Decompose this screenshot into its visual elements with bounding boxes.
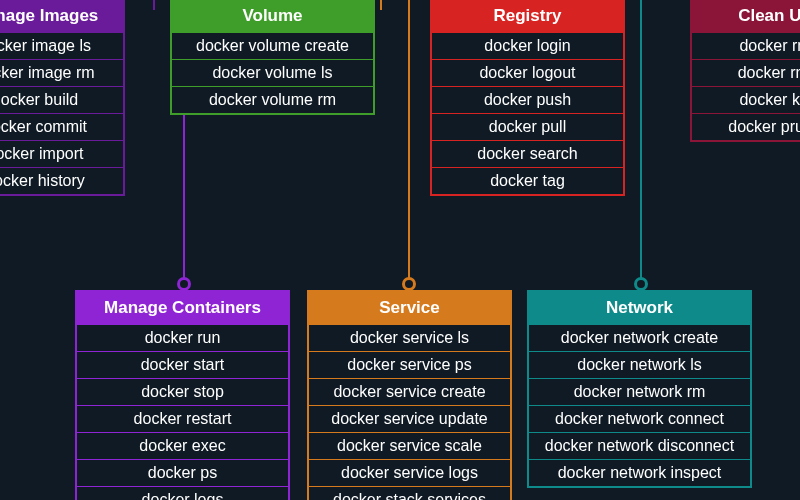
command-item: docker network create bbox=[529, 324, 750, 351]
command-item: docker network rm bbox=[529, 378, 750, 405]
box-service: Service docker service ls docker service… bbox=[307, 290, 512, 500]
box-header: Network bbox=[529, 292, 750, 324]
command-item: docker service update bbox=[309, 405, 510, 432]
command-item: docker login bbox=[432, 32, 623, 59]
command-item: docker import bbox=[0, 140, 123, 167]
connector-line bbox=[153, 0, 155, 10]
command-item: docker rm bbox=[692, 32, 800, 59]
command-item: docker volume ls bbox=[172, 59, 373, 86]
command-item: docker history bbox=[0, 167, 123, 194]
box-header: Clean Up bbox=[692, 0, 800, 32]
box-header: Service bbox=[309, 292, 510, 324]
command-item: docker ps bbox=[77, 459, 288, 486]
box-header: Registry bbox=[432, 0, 623, 32]
command-item: docker volume create bbox=[172, 32, 373, 59]
command-item: docker kill bbox=[692, 86, 800, 113]
command-item: docker network inspect bbox=[529, 459, 750, 486]
command-item: docker search bbox=[432, 140, 623, 167]
command-item: docker image rm bbox=[0, 59, 123, 86]
command-item: docker network disconnect bbox=[529, 432, 750, 459]
command-item: docker commit bbox=[0, 113, 123, 140]
command-item: docker service scale bbox=[309, 432, 510, 459]
box-header: Manage Containers bbox=[77, 292, 288, 324]
connector-line bbox=[408, 0, 410, 285]
connector-dot bbox=[177, 277, 191, 291]
box-manage-containers: Manage Containers docker run docker star… bbox=[75, 290, 290, 500]
command-item: docker prune bbox=[692, 113, 800, 140]
command-item: docker volume rm bbox=[172, 86, 373, 113]
connector-line bbox=[380, 0, 382, 10]
connector-dot bbox=[402, 277, 416, 291]
command-item: docker network connect bbox=[529, 405, 750, 432]
command-item: docker logs bbox=[77, 486, 288, 500]
command-item: docker service create bbox=[309, 378, 510, 405]
command-item: docker stop bbox=[77, 378, 288, 405]
box-header: Volume bbox=[172, 0, 373, 32]
command-item: docker pull bbox=[432, 113, 623, 140]
command-item: docker network ls bbox=[529, 351, 750, 378]
command-item: docker service ps bbox=[309, 351, 510, 378]
connector-dot bbox=[634, 277, 648, 291]
box-registry: Registry docker login docker logout dock… bbox=[430, 0, 625, 196]
command-item: docker image ls bbox=[0, 32, 123, 59]
command-item: docker rmi bbox=[692, 59, 800, 86]
command-item: docker restart bbox=[77, 405, 288, 432]
box-header: Manage Images bbox=[0, 0, 123, 32]
box-volume: Volume docker volume create docker volum… bbox=[170, 0, 375, 115]
command-item: docker service logs bbox=[309, 459, 510, 486]
box-clean-up: Clean Up docker rm docker rmi docker kil… bbox=[690, 0, 800, 142]
command-item: docker tag bbox=[432, 167, 623, 194]
command-item: docker service ls bbox=[309, 324, 510, 351]
box-network: Network docker network create docker net… bbox=[527, 290, 752, 488]
connector-line bbox=[640, 0, 642, 285]
box-manage-images: Manage Images docker image ls docker ima… bbox=[0, 0, 125, 196]
command-item: docker exec bbox=[77, 432, 288, 459]
command-item: docker start bbox=[77, 351, 288, 378]
command-item: docker run bbox=[77, 324, 288, 351]
command-item: docker build bbox=[0, 86, 123, 113]
command-item: docker stack services bbox=[309, 486, 510, 500]
command-item: docker push bbox=[432, 86, 623, 113]
command-item: docker logout bbox=[432, 59, 623, 86]
